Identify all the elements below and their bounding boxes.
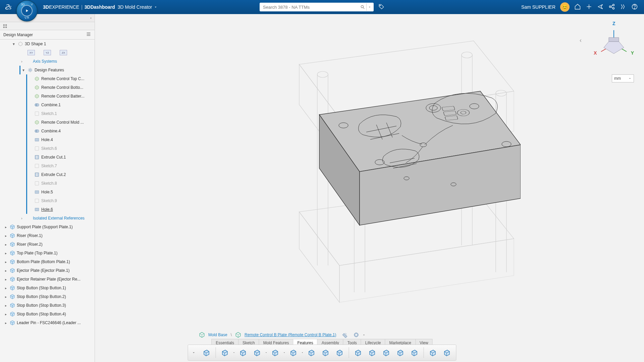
unit-dropdown[interactable]: mm <box>612 74 634 82</box>
svg-marker-61 <box>299 212 339 302</box>
crumb-tool2[interactable] <box>353 332 359 338</box>
tree-feature[interactable]: Sketch.1 <box>0 109 95 118</box>
tool-button[interactable] <box>200 346 213 359</box>
tool-button[interactable] <box>237 346 250 359</box>
tool-button[interactable] <box>380 346 393 359</box>
search-box[interactable] <box>260 3 374 11</box>
app-dropdown[interactable]: 3D Mold Creator <box>118 4 158 10</box>
svg-marker-18 <box>35 85 39 89</box>
compass[interactable]: 3DVV.R <box>16 0 38 21</box>
tree-assembly-item[interactable]: ▸Riser (Riser.2) <box>0 240 95 249</box>
tool-dd[interactable] <box>301 351 304 354</box>
svg-point-2 <box>380 5 380 6</box>
crumb-b-plate[interactable]: Remote Control B Plate (Remote Control B… <box>245 333 336 337</box>
share-icon[interactable] <box>597 3 604 11</box>
tree-assembly-item[interactable]: ▸Ejector Retainer Plate (Ejector Re... <box>0 275 95 284</box>
toolbar-options[interactable] <box>191 346 197 359</box>
tree-feature[interactable]: Sketch.9 <box>0 196 95 205</box>
tool-button[interactable] <box>319 346 332 359</box>
panel-tab[interactable] <box>0 22 95 30</box>
tree-feature[interactable]: Combine.1 <box>0 101 95 109</box>
svg-marker-17 <box>35 77 39 81</box>
tree-assembly-item[interactable]: ▸Stop Button (Stop Button.4) <box>0 310 95 318</box>
search-icon[interactable] <box>359 3 366 11</box>
tree-assembly-item[interactable]: ▸Stop Button (Stop Button.2) <box>0 292 95 301</box>
tree-feature[interactable]: Remote Control Mold ... <box>0 118 95 127</box>
tree-feature[interactable]: Remote Control Top C... <box>0 74 95 83</box>
side-collapse-chevron[interactable]: ‹ <box>580 37 582 44</box>
svg-point-25 <box>36 130 39 132</box>
tree-assembly-item[interactable]: ▸Leader Pin - FSC246646 (Leader ... <box>0 318 95 327</box>
tree-assembly-item[interactable]: ▸Top Plate (Top Plate.1) <box>0 249 95 257</box>
panel-collapse-strip[interactable] <box>0 14 95 22</box>
tool-button[interactable] <box>333 346 346 359</box>
svg-rect-33 <box>36 173 38 177</box>
cube-icon <box>199 332 205 338</box>
help-icon[interactable] <box>631 3 638 11</box>
tree-assembly-item[interactable]: ▸Riser (Riser.1) <box>0 231 95 240</box>
add-icon[interactable] <box>586 3 592 11</box>
svg-point-66 <box>462 52 472 58</box>
tool-button[interactable] <box>269 346 282 359</box>
collab-icon[interactable] <box>608 3 615 11</box>
tool-button[interactable] <box>287 346 300 359</box>
left-panel: Design Manager ▼3D Shape 1XYYZZX›Axis Sy… <box>0 14 95 362</box>
tool-button[interactable] <box>352 346 365 359</box>
crumb-tool1[interactable] <box>342 332 348 338</box>
tool-button[interactable] <box>427 346 439 359</box>
ifwe-icon[interactable] <box>620 3 627 11</box>
user-name[interactable]: Sam SUPPLIER <box>521 4 555 10</box>
context-breadcrumb: Mold Base \ Remote Control B Plate (Remo… <box>199 332 365 338</box>
home-icon[interactable] <box>574 3 581 11</box>
mold-model <box>219 24 521 312</box>
tree-iso-refs[interactable]: ›Isolated External References <box>0 214 95 223</box>
tree-feature[interactable]: Sketch.7 <box>0 162 95 170</box>
svg-point-63 <box>317 71 328 77</box>
tree-assembly-item[interactable]: ▸Stop Button (Stop Button.3) <box>0 301 95 310</box>
crumb-dd[interactable] <box>363 334 365 336</box>
tree-feature[interactable]: Hole.6 <box>0 205 95 214</box>
viewport-3d[interactable]: ‹ Z X Y mm <box>95 14 644 362</box>
tree-feature[interactable]: Sketch.6 <box>0 144 95 153</box>
tag-icon[interactable] <box>378 4 384 11</box>
panel-menu-icon[interactable] <box>86 32 91 38</box>
tree-feature[interactable]: Sketch.8 <box>0 179 95 188</box>
tool-button[interactable] <box>394 346 407 359</box>
tool-button[interactable] <box>366 346 379 359</box>
tool-button[interactable] <box>219 346 231 359</box>
svg-marker-56 <box>609 38 619 42</box>
tree-design-features[interactable]: ▼Design Features <box>0 66 95 74</box>
svg-point-6 <box>613 4 614 6</box>
tool-dd[interactable] <box>233 351 235 354</box>
svg-marker-62 <box>339 239 514 302</box>
search-input[interactable] <box>263 5 359 10</box>
tree-root[interactable]: ▼3D Shape 1 <box>0 40 95 48</box>
tree-feature[interactable]: Remote Control Batter... <box>0 92 95 101</box>
tool-button[interactable] <box>251 346 264 359</box>
tree-assembly-item[interactable]: ▸Support Plate (Support Plate.1) <box>0 223 95 231</box>
tool-dd[interactable] <box>283 351 286 354</box>
tree-assembly-item[interactable]: ▸Stop Button (Stop Button.1) <box>0 284 95 292</box>
svg-marker-55 <box>604 42 624 54</box>
tool-button[interactable] <box>441 346 453 359</box>
tree-assembly-item[interactable]: ▸Ejector Plate (Ejector Plate.1) <box>0 266 95 275</box>
tool-button[interactable] <box>305 346 318 359</box>
svg-rect-28 <box>35 147 39 150</box>
tree-feature[interactable]: Hole.4 <box>0 135 95 144</box>
avatar[interactable]: 😊 <box>560 2 570 12</box>
tree-feature[interactable]: Extrude Cut.2 <box>0 170 95 179</box>
svg-line-9 <box>611 7 613 8</box>
ds-logo[interactable]: Ƨs <box>0 0 16 14</box>
tree-feature[interactable]: Remote Control Botto... <box>0 83 95 92</box>
tree-assembly-item[interactable]: ▸Bottom Plate (Bottom Plate.1) <box>0 257 95 266</box>
tree-feature[interactable]: Extrude Cut.1 <box>0 153 95 162</box>
plane-row[interactable]: XYYZZX <box>0 48 95 57</box>
crumb-mold-base[interactable]: Mold Base <box>208 333 227 337</box>
tool-dd[interactable] <box>265 351 268 354</box>
tree-feature[interactable]: Combine.4 <box>0 127 95 135</box>
search-scope-dropdown[interactable] <box>366 3 372 11</box>
tree-feature[interactable]: Hole.5 <box>0 188 95 196</box>
view-triad[interactable]: Z X Y <box>594 21 634 71</box>
tool-button[interactable] <box>408 346 421 359</box>
tree-axis[interactable]: ›Axis Systems <box>0 57 95 66</box>
